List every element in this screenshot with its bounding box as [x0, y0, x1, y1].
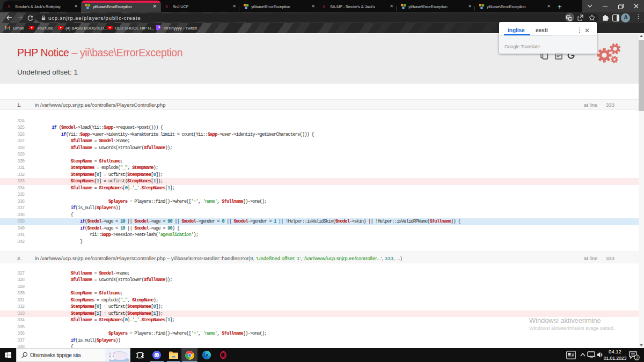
svg-text:x: x	[569, 17, 571, 20]
svg-text:7: 7	[636, 356, 638, 360]
